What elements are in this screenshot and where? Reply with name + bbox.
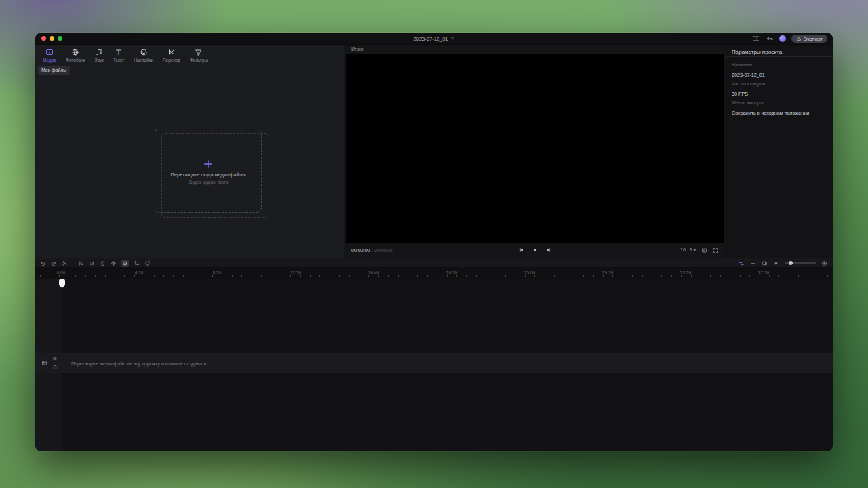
tab-stock[interactable]: Фотобанк	[61, 46, 90, 64]
split-icon[interactable]	[62, 260, 68, 266]
layout-icon[interactable]	[752, 35, 760, 43]
tab-media[interactable]: Медиа	[38, 46, 61, 64]
titlebar: 2023-07-12_01 ✎ Экспорт	[35, 33, 833, 45]
preview-frames-icon[interactable]	[762, 260, 768, 266]
tab-label: Переход	[163, 58, 180, 62]
track-lock-icon[interactable]	[52, 365, 58, 370]
export-icon	[796, 36, 802, 41]
aspect-ratio-value: 16 : 9	[680, 247, 692, 252]
timeline-zoom-slider[interactable]	[785, 262, 816, 264]
undo-icon[interactable]	[40, 260, 46, 266]
media-panel: Медиа Фотобанк Звук Текст Наклейки Перех…	[35, 45, 344, 258]
voiceover-button[interactable]	[121, 260, 129, 267]
divider	[73, 260, 73, 266]
step-back-icon[interactable]	[519, 247, 524, 253]
media-dropzone[interactable]	[155, 129, 262, 213]
play-icon[interactable]	[532, 247, 538, 253]
rotate-icon[interactable]	[144, 260, 151, 266]
zoom-out-icon[interactable]	[773, 260, 779, 266]
globe-icon	[71, 48, 79, 56]
edit-title-icon[interactable]: ✎	[451, 36, 455, 41]
track-hint-text: Перетащите медиафайл на эту дорожку и на…	[71, 353, 206, 373]
music-note-icon	[95, 48, 103, 56]
player-panel: Игрок 00:00:00 / 00:00:00 16 : 9 ▾	[344, 45, 726, 258]
playhead-slit	[62, 281, 62, 285]
track-thumbnail-icon	[41, 360, 47, 366]
playhead-line[interactable]	[62, 279, 62, 449]
media-sidebar: Мои файлы	[35, 62, 73, 258]
player-header: Игрок	[344, 45, 726, 53]
trim-left-icon[interactable]	[78, 260, 84, 266]
ruler-label: 8:20	[213, 270, 222, 275]
dropzone-subtitle: Видео, аудио, фото	[188, 180, 228, 184]
tab-filters[interactable]: Фильтры	[185, 46, 213, 64]
tab-audio[interactable]: Звук	[90, 46, 108, 64]
key-icon[interactable]	[766, 35, 774, 43]
tab-label: Фильтры	[190, 58, 208, 62]
chevron-down-icon: ▾	[693, 247, 696, 252]
ruler-label: 4:10	[135, 270, 144, 275]
main-track-row[interactable]: Перетащите медиафайл на эту дорожку и на…	[35, 353, 833, 373]
avatar[interactable]	[779, 35, 786, 42]
ruler-label: 33:20	[680, 270, 691, 275]
export-label: Экспорт	[804, 36, 823, 42]
ruler-label: 16:40	[368, 270, 379, 275]
transition-icon	[167, 48, 176, 56]
project-panel-title: Параметры проекта	[732, 49, 782, 55]
frame-rate-label: Частота кадров:	[732, 81, 766, 86]
video-preview[interactable]	[346, 54, 724, 243]
add-media-plus-icon[interactable]	[203, 159, 214, 169]
tab-label: Фотобанк	[66, 58, 85, 62]
ruler-label: 0:00	[57, 270, 66, 275]
export-button[interactable]: Экспорт	[791, 35, 827, 43]
media-icon	[45, 48, 54, 56]
timecode-current: 00:00:00	[351, 248, 370, 253]
timeline: 0:00 4:10 8:20 12:30 16:40 20:50 25:00 2…	[35, 258, 833, 451]
titlebar-actions: Экспорт	[752, 33, 827, 45]
delete-icon[interactable]	[100, 260, 106, 266]
ruler-label: 25:00	[524, 270, 535, 275]
fullscreen-icon[interactable]	[713, 247, 719, 253]
media-tabs: Медиа Фотобанк Звук Текст Наклейки Перех…	[38, 46, 212, 64]
trim-right-icon[interactable]	[89, 260, 95, 266]
tab-label: Наклейки	[134, 58, 153, 62]
timecode: 00:00:00 / 00:00:00	[351, 248, 392, 253]
track-visibility-eye-icon[interactable]	[52, 356, 58, 361]
zoom-slider-knob[interactable]	[789, 261, 793, 265]
redo-icon[interactable]	[51, 260, 57, 266]
project-name-value[interactable]: 2023-07-12_01	[732, 72, 765, 78]
project-name-label: Название:	[732, 62, 753, 67]
text-icon	[115, 48, 123, 56]
frame-rate-value[interactable]: 30 FPS	[732, 91, 748, 97]
tab-text[interactable]: Текст	[108, 46, 129, 64]
playback-controls	[519, 247, 551, 253]
sidebar-item-my-files[interactable]: Мои файлы	[38, 66, 70, 75]
record-icon	[122, 260, 128, 266]
track-height-icon[interactable]	[738, 260, 745, 266]
sticker-smiley-icon	[140, 48, 148, 56]
mirror-icon[interactable]	[111, 260, 117, 266]
tab-label: Текст	[113, 58, 124, 62]
tab-transitions[interactable]: Переход	[158, 46, 185, 64]
tab-label: Звук	[95, 58, 104, 62]
player-view-controls: 16 : 9 ▾	[680, 247, 719, 253]
aspect-ratio-select[interactable]: 16 : 9 ▾	[680, 247, 696, 253]
timeline-ruler[interactable]: 0:00 4:10 8:20 12:30 16:40 20:50 25:00 2…	[35, 268, 833, 279]
project-settings-panel: Параметры проекта Название: 2023-07-12_0…	[726, 45, 833, 258]
filter-icon	[195, 48, 203, 56]
import-method-value[interactable]: Сохранить в исходном положении	[732, 110, 809, 116]
fit-screen-icon[interactable]	[701, 247, 707, 253]
snap-icon[interactable]	[750, 260, 756, 266]
crop-icon[interactable]	[134, 260, 140, 266]
step-forward-icon[interactable]	[546, 247, 551, 253]
ruler-label: 12:30	[290, 270, 301, 275]
player-controls: 00:00:00 / 00:00:00 16 : 9 ▾	[344, 243, 726, 258]
ruler-label: 37:30	[758, 270, 769, 275]
timecode-total: / 00:00:00	[370, 248, 392, 253]
timeline-tracks: Перетащите медиафайл на эту дорожку и на…	[35, 279, 833, 451]
tab-label: Медиа	[43, 58, 56, 62]
tab-stickers[interactable]: Наклейки	[129, 46, 158, 64]
window-title: 2023-07-12_01	[414, 36, 448, 42]
ruler-label: 20:50	[446, 270, 457, 275]
zoom-in-icon[interactable]	[821, 260, 827, 266]
